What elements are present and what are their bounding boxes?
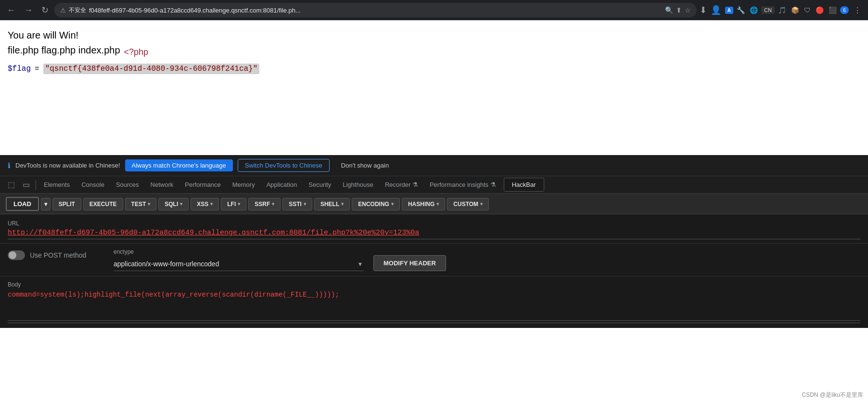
load-dropdown-button[interactable]: ▾: [41, 198, 51, 210]
equals-sign: =: [35, 65, 39, 73]
post-label: Use POST method: [30, 251, 86, 259]
page-content: You are will Win! file.php flag.php inde…: [0, 20, 868, 155]
devtools-tabs: ⬚ ▭ Elements Console Sources Network Per…: [0, 176, 868, 194]
notification-text: DevTools is now available in Chinese!: [15, 162, 120, 169]
search-icon: 🔍: [665, 6, 673, 14]
code-line: $flag = "qsnctf{438fe0a4-d91d-4080-934c-…: [8, 64, 860, 74]
enctype-caret-icon: ▾: [357, 260, 364, 268]
tab-network[interactable]: Network: [145, 176, 179, 194]
tab-lighthouse[interactable]: Lighthouse: [337, 176, 379, 194]
match-language-button[interactable]: Always match Chrome's language: [125, 159, 233, 171]
custom-button[interactable]: CUSTOM ▾: [447, 198, 489, 210]
tab-performance[interactable]: Performance: [179, 176, 226, 194]
more-button[interactable]: ⋮: [851, 4, 864, 17]
hackbar-panel: LOAD ▾ SPLIT EXECUTE TEST ▾ SQLI ▾ XSS ▾…: [0, 194, 868, 328]
url-value[interactable]: http://f048feff-d697-4b05-96d0-a172a8ccd…: [8, 229, 419, 237]
post-toggle-area: Use POST method: [8, 248, 104, 260]
ext-badge-2[interactable]: CN: [761, 6, 775, 14]
test-button[interactable]: TEST ▾: [125, 198, 157, 210]
tab-application[interactable]: Application: [261, 176, 303, 194]
flag-value: "qsnctf{438fe0a4-d91d-4080-934c-606798f2…: [43, 64, 260, 74]
url-section: URL http://f048feff-d697-4b05-96d0-a172a…: [0, 214, 868, 244]
ext-icon-3[interactable]: 🎵: [777, 6, 788, 14]
address-bar[interactable]: ⚠ 不安全 f048feff-d697-4b05-96d0-a172a8ccd6…: [54, 3, 697, 17]
forward-button[interactable]: →: [21, 3, 36, 17]
file-list-line: file.php flag.php index.php <?php: [8, 45, 860, 60]
load-button[interactable]: LOAD: [6, 197, 39, 211]
execute-button[interactable]: EXECUTE: [83, 198, 123, 210]
warning-icon: ⚠: [60, 7, 66, 14]
profile-icon[interactable]: 👤: [709, 5, 723, 15]
watermark: CSDN @是liku不是里库: [802, 391, 863, 399]
post-toggle-switch[interactable]: [8, 250, 25, 260]
ext-badge-1[interactable]: A: [725, 7, 733, 14]
back-button[interactable]: ←: [4, 3, 18, 17]
hackbar-toolbar: LOAD ▾ SPLIT EXECUTE TEST ▾ SQLI ▾ XSS ▾…: [0, 194, 868, 214]
ext-icon-6[interactable]: 🔴: [814, 6, 825, 14]
inspect-icon-btn[interactable]: ⬚: [4, 177, 19, 192]
win-message: You are will Win!: [8, 30, 860, 41]
dismiss-button[interactable]: Don't show again: [334, 159, 396, 171]
ssrf-button[interactable]: SSRF ▾: [248, 198, 281, 210]
url-label: URL: [8, 220, 860, 227]
encoding-button[interactable]: ENCODING ▾: [352, 198, 400, 210]
badge-number[interactable]: 6: [840, 6, 849, 14]
watermark-text: CSDN @是liku不是里库: [802, 391, 863, 398]
php-tag: <?php: [124, 47, 149, 57]
ext-icon-4[interactable]: 📦: [790, 6, 801, 14]
body-input[interactable]: command=system(ls);highlight_file(next(a…: [8, 290, 860, 321]
tab-recorder[interactable]: Recorder ⚗: [379, 176, 424, 194]
split-button[interactable]: SPLIT: [52, 198, 81, 210]
device-icon-btn[interactable]: ▭: [19, 177, 34, 192]
tab-elements[interactable]: Elements: [38, 176, 76, 194]
tab-divider: [36, 180, 36, 190]
body-label: Body: [8, 281, 860, 288]
tab-hackbar[interactable]: HackBar: [504, 178, 544, 192]
browser-chrome: ← → ↻ ⚠ 不安全 f048feff-d697-4b05-96d0-a172…: [0, 0, 868, 20]
sqli-button[interactable]: SQLI ▾: [158, 198, 189, 210]
not-secure-label: 不安全: [69, 6, 86, 14]
url-display: f048feff-d697-4b05-96d0-a172a8ccd649.cha…: [89, 7, 662, 14]
xss-button[interactable]: XSS ▾: [191, 198, 219, 210]
tab-sources[interactable]: Sources: [110, 176, 145, 194]
lfi-button[interactable]: LFI ▾: [221, 198, 246, 210]
file-list: file.php flag.php index.php: [8, 45, 120, 56]
tab-security[interactable]: Security: [303, 176, 337, 194]
body-input-wrapper: command=system(ls);highlight_file(next(a…: [8, 290, 860, 323]
bookmark-icon: ☆: [685, 6, 691, 14]
switch-language-button[interactable]: Switch DevTools to Chinese: [238, 159, 330, 172]
tab-performance-insights[interactable]: Performance insights ⚗: [424, 176, 502, 194]
ext-icon-1[interactable]: 🔧: [735, 6, 746, 14]
share-icon: ⬆: [676, 6, 682, 14]
ext-icon-2[interactable]: 🌐: [748, 6, 759, 14]
body-section: Body command=system(ls);highlight_file(n…: [0, 276, 868, 328]
ext-icon-7[interactable]: ⬛: [827, 6, 838, 14]
modify-header-button[interactable]: MODIFY HEADER: [373, 255, 446, 271]
ext-icon-5[interactable]: 🛡: [803, 6, 812, 14]
enctype-label: enctype: [114, 248, 364, 255]
download-icon[interactable]: ⬇: [700, 5, 707, 15]
tab-console[interactable]: Console: [76, 176, 110, 194]
hashing-button[interactable]: HASHING ▾: [402, 198, 445, 210]
tab-memory[interactable]: Memory: [227, 176, 261, 194]
var-name: $flag: [8, 65, 31, 73]
toggle-knob: [9, 251, 16, 259]
enctype-area: enctype application/x-www-form-urlencode…: [114, 248, 364, 271]
ssti-button[interactable]: SSTI ▾: [282, 198, 312, 210]
url-line: http://f048feff-d697-4b05-96d0-a172a8ccd…: [8, 229, 860, 239]
post-section: Use POST method enctype application/x-ww…: [0, 244, 868, 276]
enctype-select[interactable]: application/x-www-form-urlencoded: [114, 257, 357, 271]
devtools-notification: ℹ DevTools is now available in Chinese! …: [0, 155, 868, 176]
shell-button[interactable]: SHELL ▾: [314, 198, 350, 210]
browser-actions: ⬇ 👤 A 🔧 🌐 CN 🎵 📦 🛡 🔴 ⬛ 6 ⋮: [700, 4, 864, 17]
reload-button[interactable]: ↻: [38, 3, 51, 17]
info-icon: ℹ: [8, 161, 11, 170]
enctype-select-wrapper: application/x-www-form-urlencoded ▾: [114, 257, 364, 271]
